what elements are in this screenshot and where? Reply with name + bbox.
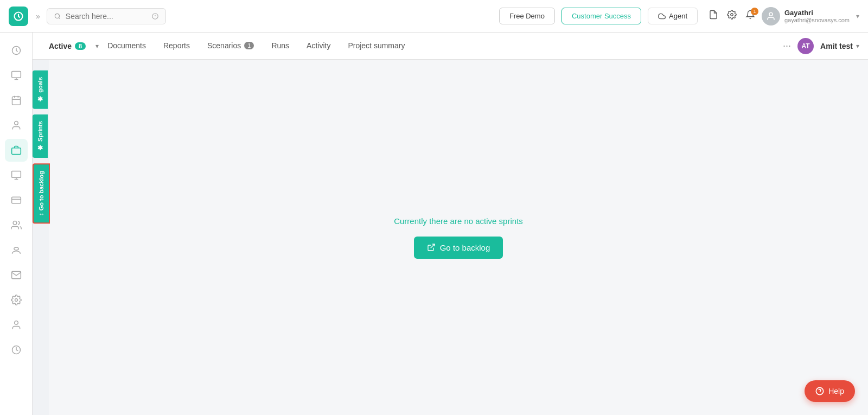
tab-reports[interactable]: Reports [155, 33, 199, 60]
more-options-icon[interactable]: ··· [783, 40, 791, 52]
sidebar-item-clock[interactable] [5, 39, 28, 62]
sidebar-item-people[interactable] [5, 214, 28, 237]
expand-icon[interactable]: » [36, 12, 40, 21]
team-avatar: AT [797, 38, 814, 54]
help-button[interactable]: Help [805, 380, 855, 402]
sprints-tab-icon: ✱ [36, 144, 44, 151]
sidebar-item-person[interactable] [5, 114, 28, 137]
team-name: Amit test [820, 42, 853, 50]
agent-button[interactable]: Agent [648, 8, 698, 24]
app-logo[interactable] [9, 7, 28, 26]
navbar: » Free Demo Customer Success Agent [0, 0, 868, 33]
goals-tab-icon: ✱ [36, 95, 44, 103]
free-demo-button[interactable]: Free Demo [499, 8, 555, 24]
active-count-badge: 8 [75, 42, 86, 50]
sidebar-item-settings[interactable] [5, 289, 28, 311]
sub-nav: Active 8 ▾ Documents Reports Scenarios 1… [33, 33, 868, 60]
user-menu[interactable]: Gayathri gayathri@snovasys.com ▾ [762, 7, 859, 25]
side-tab-sprints[interactable]: ✱ Sprints [33, 114, 48, 158]
main-wrapper: Active 8 ▾ Documents Reports Scenarios 1… [33, 33, 868, 415]
settings-icon[interactable] [727, 10, 737, 22]
sidebar-item-monitor[interactable] [5, 64, 28, 87]
cloud-icon [658, 12, 666, 20]
svg-point-14 [14, 321, 18, 325]
info-icon[interactable] [151, 12, 159, 20]
help-label: Help [828, 387, 844, 395]
sidebar [0, 33, 33, 415]
customer-success-button[interactable]: Customer Success [561, 8, 641, 24]
goto-backlog-label: Go to backlog [440, 243, 490, 252]
svg-point-13 [15, 299, 17, 302]
scenarios-badge: 1 [244, 42, 254, 49]
help-icon [815, 387, 824, 395]
svg-point-3 [731, 14, 733, 16]
empty-message: Currently there are no active sprints [394, 216, 523, 226]
navbar-icons: 1 [709, 10, 755, 22]
team-chevron-icon: ▾ [856, 42, 859, 50]
svg-point-8 [14, 122, 18, 125]
svg-rect-11 [11, 197, 21, 203]
svg-point-1 [55, 14, 59, 18]
tab-activity[interactable]: Activity [298, 33, 339, 60]
svg-point-12 [13, 221, 17, 225]
user-info: Gayathri gayathri@snovasys.com [784, 9, 850, 23]
sidebar-item-calendar[interactable] [5, 89, 28, 112]
sidebar-item-card[interactable] [5, 189, 28, 212]
svg-rect-7 [12, 97, 20, 105]
sidebar-item-desktop[interactable] [5, 164, 28, 187]
agent-label: Agent [669, 12, 687, 20]
side-tabs-container: ✱ goals ✱ Sprints ↕ Go to backlog [33, 60, 49, 415]
external-link-icon [427, 243, 436, 252]
backlog-tab-label: Go to backlog [38, 171, 44, 210]
active-tab-button[interactable]: Active 8 [41, 37, 93, 55]
user-chevron-icon: ▾ [856, 12, 859, 20]
tab-documents[interactable]: Documents [99, 33, 155, 60]
sidebar-item-briefcase[interactable] [5, 139, 28, 162]
notification-badge: 1 [751, 8, 758, 15]
sprints-tab-label: Sprints [37, 121, 43, 142]
empty-state: Currently there are no active sprints Go… [394, 216, 523, 259]
svg-rect-6 [11, 72, 21, 78]
search-input[interactable] [66, 12, 147, 21]
goals-tab-label: goals [37, 77, 43, 93]
tab-project-summary[interactable]: Project summary [339, 33, 413, 60]
sidebar-item-user-circle[interactable] [5, 314, 28, 336]
svg-line-16 [430, 244, 434, 248]
sidebar-item-group[interactable] [5, 239, 28, 261]
main-content: Currently there are no active sprints Go… [49, 60, 868, 415]
team-selector[interactable]: AT Amit test ▾ [797, 38, 859, 54]
user-avatar [762, 7, 780, 25]
side-tab-goals[interactable]: ✱ goals [33, 71, 48, 109]
svg-point-4 [769, 12, 773, 16]
sidebar-item-time[interactable] [5, 339, 28, 361]
content-area: ✱ goals ✱ Sprints ↕ Go to backlog Curren… [33, 60, 868, 415]
document-icon[interactable] [709, 10, 718, 22]
notification-icon[interactable]: 1 [745, 10, 755, 22]
search-icon [54, 12, 61, 20]
tab-scenarios[interactable]: Scenarios 1 [199, 33, 263, 60]
goto-backlog-button[interactable]: Go to backlog [414, 237, 503, 259]
active-label: Active [49, 42, 72, 50]
user-email: gayathri@snovasys.com [784, 17, 850, 23]
backlog-tab-icon: ↕ [37, 213, 45, 216]
search-bar[interactable] [47, 8, 166, 24]
user-name: Gayathri [784, 9, 850, 17]
svg-rect-9 [11, 148, 21, 155]
side-tab-backlog[interactable]: ↕ Go to backlog [33, 163, 50, 224]
tab-runs[interactable]: Runs [263, 33, 298, 60]
svg-rect-10 [11, 171, 21, 178]
sidebar-item-mail[interactable] [5, 264, 28, 286]
